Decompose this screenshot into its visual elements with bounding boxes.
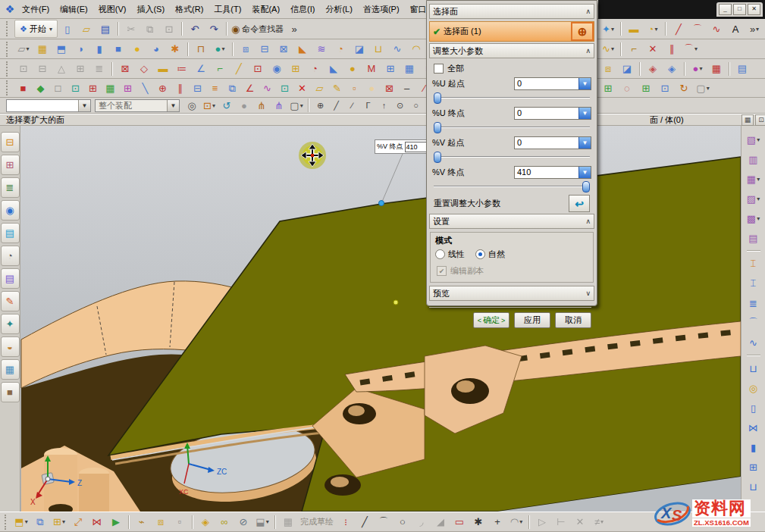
arc-icon[interactable]: ⌒ bbox=[688, 20, 707, 38]
internet-explorer-tab[interactable]: ◉ bbox=[1, 200, 20, 221]
constraint-navigator-tab[interactable]: ⊞ bbox=[1, 155, 20, 175]
param-input[interactable]: 0 ▼ bbox=[514, 136, 591, 149]
free-form-icon[interactable]: ✱ bbox=[166, 40, 184, 58]
polygon-icon[interactable]: ✱ bbox=[469, 513, 488, 531]
minimize-button[interactable]: _ bbox=[719, 4, 732, 15]
bookmark-icon[interactable]: ▤ bbox=[733, 60, 751, 78]
intersection-point-icon[interactable]: ↑ bbox=[376, 98, 392, 114]
dimension-box-icon[interactable]: ⊡ bbox=[656, 79, 674, 97]
binoculars-icon[interactable]: ◎ bbox=[183, 98, 200, 114]
calculator-icon[interactable]: ⊞ bbox=[381, 60, 400, 78]
param-slider[interactable] bbox=[434, 92, 590, 103]
dropdown-caret-icon[interactable]: ▾ bbox=[611, 26, 614, 33]
param-input[interactable]: 410 ▼ bbox=[514, 166, 591, 179]
top-selection-icon[interactable]: ⊡▾ bbox=[201, 98, 218, 114]
datum-plane-icon[interactable]: ▱▾ bbox=[14, 40, 33, 58]
dropdown-caret-icon[interactable]: ▾ bbox=[25, 518, 28, 525]
rect-select-icon[interactable]: ▢▾ bbox=[288, 98, 305, 114]
revolve-icon[interactable]: ◑ bbox=[71, 40, 89, 58]
slide-icon[interactable]: ≣ bbox=[743, 294, 764, 312]
resize-face-icon[interactable]: ▨▾ bbox=[743, 189, 764, 208]
reflection-icon[interactable]: ▦ bbox=[707, 60, 726, 78]
snapshot-view-icon[interactable]: ▦ bbox=[741, 114, 754, 126]
shape-analysis-icon[interactable]: ●▾ bbox=[688, 60, 707, 78]
rotate-icon[interactable]: ↻ bbox=[675, 79, 693, 97]
wire-cube-icon[interactable]: ⊠ bbox=[381, 79, 398, 97]
quick-trim-icon[interactable]: ≠▾ bbox=[590, 513, 608, 531]
system-materials-tab[interactable]: ▤ bbox=[1, 268, 20, 289]
face-curvature-icon[interactable]: ◈ bbox=[663, 60, 681, 78]
part-navigator-tab[interactable]: ≣ bbox=[1, 177, 20, 198]
triangle-icon[interactable]: △ bbox=[52, 60, 71, 78]
ejector-pin-icon[interactable]: ▮ bbox=[743, 438, 764, 456]
sketch-line-icon[interactable]: ╱ bbox=[356, 513, 374, 531]
extrude-mini-icon[interactable]: ⬒▾ bbox=[12, 513, 30, 531]
draft-analysis-icon[interactable]: ◈ bbox=[644, 60, 662, 78]
edge-handle-dot[interactable] bbox=[393, 300, 398, 305]
dropdown-caret-icon[interactable]: ▾ bbox=[707, 85, 710, 92]
toolbar-grip[interactable] bbox=[5, 515, 9, 530]
section-curve-icon[interactable]: ∥ bbox=[663, 40, 681, 58]
ruler-icon[interactable]: ▬ bbox=[154, 60, 172, 78]
highlight-loop-icon[interactable]: ↺ bbox=[218, 98, 235, 114]
delete-face-icon[interactable]: ▥ bbox=[743, 150, 764, 168]
slider-thumb[interactable] bbox=[434, 92, 441, 104]
reset-button[interactable]: ↩ bbox=[569, 195, 590, 212]
magnet-icon[interactable]: ⋔ bbox=[253, 98, 270, 114]
move-face-icon[interactable]: ▧▾ bbox=[743, 130, 764, 149]
roles-tab[interactable]: ◒ bbox=[1, 336, 20, 357]
subtract-icon[interactable]: ⊟ bbox=[256, 40, 274, 58]
menu-item[interactable]: 分析(L) bbox=[320, 1, 357, 18]
diagonal-icon[interactable]: ╲ bbox=[136, 79, 154, 97]
cream-ball-icon[interactable]: ● bbox=[363, 79, 381, 97]
open-icon[interactable]: ▱ bbox=[77, 20, 96, 38]
guide-curve-icon[interactable]: ⌒ bbox=[743, 314, 764, 332]
block-stack-icon[interactable]: ⧉ bbox=[31, 513, 49, 531]
menu-item[interactable]: 装配(A) bbox=[246, 1, 285, 18]
offset-region-icon[interactable]: ▩▾ bbox=[743, 209, 764, 227]
color-grid-icon[interactable]: ▦ bbox=[102, 79, 119, 97]
menu-item[interactable]: 工具(T) bbox=[208, 1, 246, 18]
markers-icon[interactable]: ▶ bbox=[107, 513, 125, 531]
target-circle-icon[interactable]: ⊕ bbox=[154, 79, 171, 97]
swept-icon[interactable]: ∿ bbox=[388, 40, 406, 58]
magnet-alt-icon[interactable]: ⋔ bbox=[271, 98, 287, 114]
cylinder-icon[interactable]: ▮ bbox=[90, 40, 108, 58]
note-icon[interactable]: ∿ bbox=[743, 333, 764, 352]
intersection-curve-icon[interactable]: ✕ bbox=[644, 40, 662, 58]
unite-icon[interactable]: ⧈ bbox=[237, 40, 255, 58]
dynamic-input-value[interactable]: 410 bbox=[405, 142, 427, 152]
assembly-navigator-tab[interactable]: ⊟ bbox=[1, 132, 20, 152]
dropdown-caret-icon[interactable]: ▾ bbox=[221, 45, 224, 52]
product-interface-icon[interactable]: ⌐ bbox=[625, 40, 643, 58]
drag-handle-dot[interactable] bbox=[379, 201, 384, 206]
red-cube-icon[interactable]: ■ bbox=[14, 79, 32, 97]
selection-filter-dropdown[interactable]: ▼ bbox=[6, 99, 91, 112]
measure-angle-icon[interactable]: ◔▾ bbox=[644, 20, 662, 38]
point-icon[interactable]: + bbox=[488, 513, 506, 531]
m-tool-icon[interactable]: M bbox=[362, 60, 381, 78]
cancel-button[interactable]: 取消 bbox=[555, 312, 591, 328]
dropdown-caret-icon[interactable]: ▾ bbox=[62, 518, 65, 525]
screw-icon[interactable]: ⌶ bbox=[743, 274, 764, 293]
sketch-arc-icon[interactable]: ⌒ bbox=[375, 513, 393, 531]
mirror-icon[interactable]: ⋈ bbox=[88, 513, 106, 531]
intersect-icon[interactable]: ⊠ bbox=[274, 40, 293, 58]
web-browser-tab[interactable]: ▤ bbox=[1, 223, 20, 243]
sew-icon[interactable]: ≋ bbox=[312, 40, 331, 58]
block-icon[interactable]: ■ bbox=[109, 40, 127, 58]
boss-icon[interactable]: ⊓ bbox=[192, 40, 210, 58]
sketch-preview-icon[interactable]: ▦ bbox=[279, 513, 297, 531]
measure-box-icon[interactable]: ⊠ bbox=[116, 60, 134, 78]
settings-section-header[interactable]: 设置 ∧ bbox=[429, 214, 594, 229]
toolbar-overflow-icon[interactable]: » bbox=[285, 20, 303, 38]
dropdown-caret-icon[interactable]: ▾ bbox=[611, 45, 614, 52]
menu-item[interactable]: 首选项(P) bbox=[358, 1, 405, 18]
blocks-icon[interactable]: ⧈ bbox=[152, 513, 170, 531]
copy-icon[interactable]: ⧉ bbox=[141, 20, 159, 38]
snap-box-icon[interactable]: ⊡ bbox=[67, 79, 84, 97]
blend-icon[interactable]: ◕ bbox=[147, 40, 165, 58]
mold-base-icon[interactable]: ⊞ bbox=[743, 458, 764, 476]
param-input[interactable]: 0 ▼ bbox=[514, 77, 591, 90]
preview-section-header[interactable]: 预览 ∨ bbox=[429, 286, 594, 301]
